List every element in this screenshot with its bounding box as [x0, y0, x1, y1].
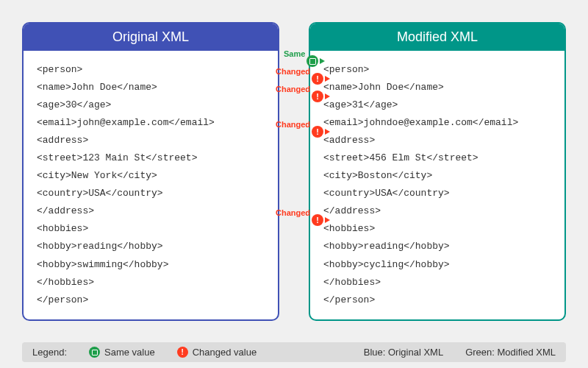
- legend-changed-text: Changed value: [193, 347, 257, 358]
- original-panel: Original XML <person> <name>John Doe</na…: [22, 22, 279, 321]
- legend-changed: Changed value: [177, 347, 257, 358]
- legend-bar: Legend: Same value Changed value Blue: O…: [22, 342, 566, 362]
- original-title: Original XML: [24, 24, 278, 51]
- modified-title: Modified XML: [310, 24, 564, 51]
- legend-label: Legend:: [32, 347, 67, 358]
- original-xml-body: <person> <name>John Doe</name> <age>30</…: [24, 51, 278, 319]
- legend-same: Same value: [89, 347, 155, 358]
- legend-green-text: Green: Modified XML: [465, 347, 556, 358]
- legend-same-text: Same value: [104, 347, 155, 358]
- changed-icon: [177, 347, 188, 358]
- same-icon: [89, 347, 100, 358]
- modified-panel: Modified XML <person> <name>John Doe</na…: [309, 22, 566, 321]
- modified-xml-body: <person> <name>John Doe</name> <age>31</…: [310, 51, 564, 319]
- diff-panels: Original XML <person> <name>John Doe</na…: [0, 0, 588, 321]
- legend-blue-text: Blue: Original XML: [364, 347, 443, 358]
